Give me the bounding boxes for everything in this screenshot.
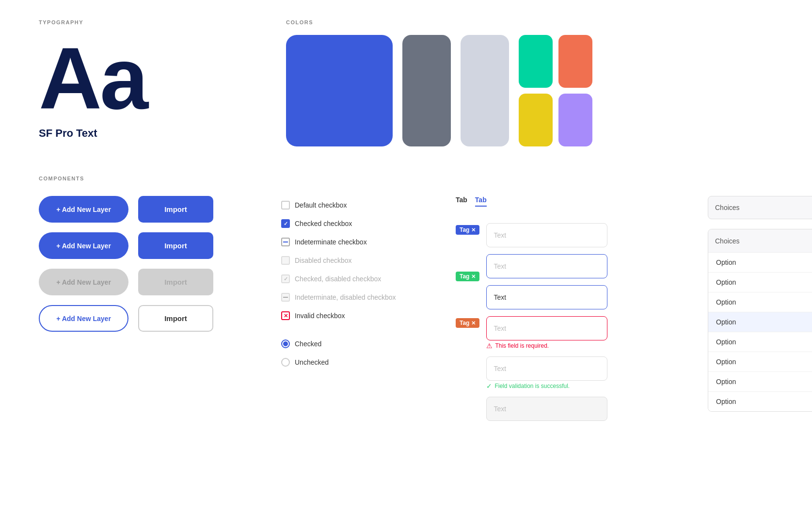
dropdown-closed[interactable]: Choices ⌄ [708,196,812,219]
tab-1[interactable]: Tab [456,196,467,207]
top-row: TYPOGRAPHY Aa SF Pro Text COLORS [39,19,773,146]
color-swatch-small-group [519,35,592,146]
text-input-focused[interactable] [486,254,607,278]
radio-unchecked-circle[interactable] [281,358,290,367]
dropdown-closed-wrapper: Choices ⌄ [708,196,812,219]
tag-green: Tag ✕ [456,272,479,281]
checkbox-indeterminate[interactable]: Indeterminate checkbox [281,233,436,251]
inputs-column: ⚠ This field is required. ✓ Field valida… [486,223,607,421]
checkmark-disabled-icon: ✓ [284,276,288,282]
components-section: COMPONENTS + Add New Layer Import + Add … [39,176,773,421]
add-new-layer-button-outline[interactable]: + Add New Layer [39,305,128,332]
tab-2[interactable]: Tab [475,196,487,207]
text-input-disabled [486,397,607,421]
radio-checked-circle[interactable] [281,339,290,348]
tag-blue: Tag ✕ [456,225,479,235]
dropdown-option-8[interactable]: Option [708,392,812,411]
checkbox-indeterminate-box[interactable] [281,238,290,246]
color-swatch-purple [558,94,592,146]
success-icon: ✓ [486,382,492,390]
radio-section: Checked Unchecked [281,335,436,371]
color-swatches [286,35,773,146]
error-message: ⚠ This field is required. [486,342,607,350]
typography-section: TYPOGRAPHY Aa SF Pro Text [39,19,257,146]
tag-row-1: Tag ✕ [456,225,479,235]
dropdown-open-wrapper: Choices ⌃ Option Option Option Option Op… [708,229,812,412]
dropdown-option-7[interactable]: Option [708,372,812,392]
color-swatch-orange [558,35,592,88]
import-button-1[interactable]: Import [138,196,213,223]
color-swatch-blue [286,35,393,146]
checkbox-default[interactable]: Default checkbox [281,196,436,214]
radio-checked[interactable]: Checked [281,335,436,353]
error-text: This field is required. [495,342,549,349]
button-row-4: + Add New Layer Import [39,305,262,332]
input-wrapper-success: ✓ Field validation is successful. [486,356,607,390]
color-swatch-lightgray [461,35,509,146]
text-input-default[interactable] [486,223,607,247]
dropdown-option-6[interactable]: Option [708,352,812,372]
checkbox-indeterminate-label: Indeterminate checkbox [295,238,367,246]
import-button-outline[interactable]: Import [138,305,213,332]
text-input-active[interactable] [486,285,607,309]
input-wrapper-focused [486,254,607,278]
buttons-column: + Add New Layer Import + Add New Layer I… [39,196,262,332]
checkbox-indeterminate-disabled-box [281,293,290,302]
button-row-3: + Add New Layer Import [39,269,262,295]
tabs-row: Tab Tab [456,196,688,207]
tag-orange-close[interactable]: ✕ [471,320,476,326]
dropdown-option-5[interactable]: Option [708,332,812,352]
dropdown-option-1[interactable]: Option [708,253,812,273]
dropdown-option-4[interactable]: Option [708,312,812,332]
checkbox-invalid[interactable]: ✕ Invalid checkbox [281,306,436,325]
radio-checked-label: Checked [295,340,321,348]
typography-label: TYPOGRAPHY [39,19,257,25]
indeterminate-dash-icon [283,242,288,242]
tag-green-close[interactable]: ✕ [471,274,476,280]
success-text: Field validation is successful. [494,383,570,389]
input-wrapper-disabled [486,397,607,421]
text-input-error[interactable] [486,316,607,340]
checkbox-disabled: Disabled checkbox [281,251,436,270]
checkbox-indeterminate-disabled-label: Indeterminate, disabled checkbox [295,293,396,301]
add-new-layer-button-2[interactable]: + Add New Layer [39,232,128,259]
tags-col: Tag ✕ Tag ✕ Tag ✕ [456,223,479,334]
font-display: Aa [39,35,257,122]
checkbox-checked-disabled: ✓ Checked, disabled checkbox [281,270,436,288]
indeterminate-disabled-dash-icon [283,297,288,298]
checkbox-checked-box[interactable]: ✓ [281,219,290,228]
dropdown-open-label: Choices [715,237,740,245]
checkbox-invalid-box[interactable]: ✕ [281,311,290,320]
checkbox-checked-disabled-box: ✓ [281,274,290,283]
colors-label: COLORS [286,19,773,25]
dropdown-option-2[interactable]: Option [708,273,812,292]
tag-blue-close[interactable]: ✕ [471,227,476,233]
add-new-layer-button-1[interactable]: + Add New Layer [39,196,128,223]
components-label: COMPONENTS [39,176,773,181]
dropdown-option-3[interactable]: Option [708,292,812,312]
checkboxes-column: Default checkbox ✓ Checked checkbox Inde… [281,196,436,371]
tags-inputs-wrapper: Tag ✕ Tag ✕ Tag ✕ [456,223,688,421]
radio-inner-dot [283,341,288,346]
button-row-1: + Add New Layer Import [39,196,262,223]
tag-orange: Tag ✕ [456,318,479,328]
input-wrapper-default [486,223,607,247]
import-button-2[interactable]: Import [138,232,213,259]
checkbox-default-box[interactable] [281,201,290,210]
checkbox-disabled-label: Disabled checkbox [295,257,352,264]
radio-unchecked-label: Unchecked [295,358,329,366]
success-message: ✓ Field validation is successful. [486,382,607,390]
checkbox-indeterminate-disabled: Indeterminate, disabled checkbox [281,288,436,306]
dropdown-options: Option Option Option Option Option Optio… [708,253,812,411]
checkbox-checked-disabled-label: Checked, disabled checkbox [295,275,381,283]
dropdown-closed-label: Choices [715,204,740,211]
checkbox-checked[interactable]: ✓ Checked checkbox [281,214,436,233]
error-icon: ⚠ [486,342,493,350]
text-input-success[interactable] [486,356,607,381]
checkbox-checked-label: Checked checkbox [295,220,352,227]
checkbox-default-label: Default checkbox [295,201,347,209]
button-row-2: + Add New Layer Import [39,232,262,259]
dropdown-open-header[interactable]: Choices ⌃ [708,229,812,253]
radio-unchecked[interactable]: Unchecked [281,353,436,371]
colors-section: COLORS [286,19,773,146]
